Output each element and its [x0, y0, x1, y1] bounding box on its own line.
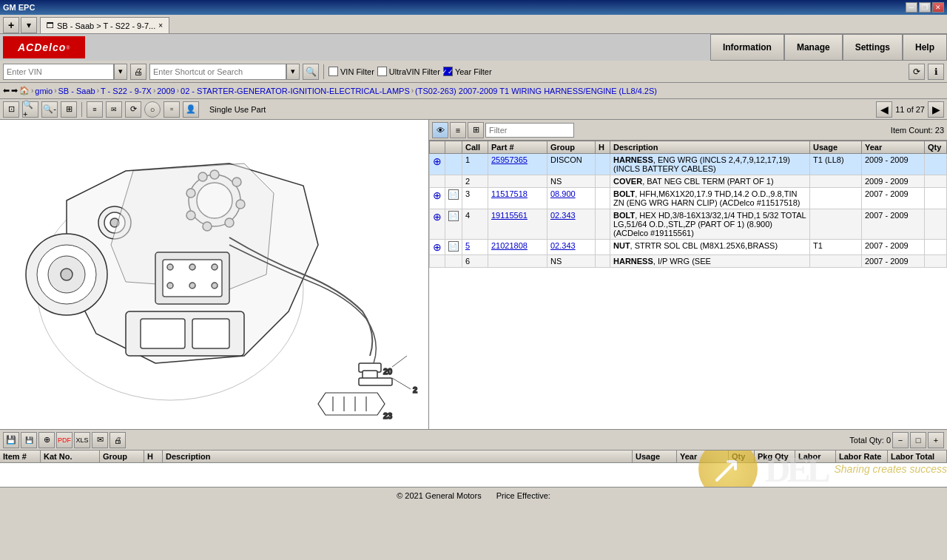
diagram-panel: 20 2 23: [0, 120, 429, 429]
restore-button[interactable]: ❐: [919, 2, 931, 13]
add-btn[interactable]: ⊕: [38, 432, 55, 448]
part-link: 19115561: [491, 211, 528, 220]
reset-zoom-button[interactable]: ⊞: [61, 101, 77, 118]
search-button[interactable]: 🔍: [303, 64, 319, 80]
bottom-left-buttons: 💾 💾 ⊕ PDF XLS ✉ 🖨: [3, 432, 126, 448]
breadcrumb-s22[interactable]: T - S22 - 9-7X: [101, 87, 152, 95]
printer-button[interactable]: 🖨: [130, 64, 146, 80]
email-button[interactable]: ✉: [106, 101, 122, 118]
cell-expand[interactable]: ⊕: [430, 209, 445, 240]
cell-doc[interactable]: 📄: [445, 188, 462, 209]
vin-input[interactable]: [3, 64, 114, 80]
cell-year: 2007 - 2009: [862, 255, 925, 268]
breadcrumb-category[interactable]: 02 - STARTER-GENERATOR-IGNITION-ELECTRIC…: [181, 87, 410, 95]
close-button[interactable]: ✕: [932, 2, 944, 13]
copyright: © 2021 General Motors: [397, 491, 482, 500]
refresh-button[interactable]: ⟳: [125, 101, 141, 118]
pdf-btn[interactable]: PDF: [56, 432, 73, 448]
cell-call[interactable]: 5: [462, 240, 488, 255]
vin-filter-group[interactable]: VIN Filter: [328, 67, 374, 76]
next-page-button[interactable]: ▶: [928, 101, 944, 118]
radio-fill[interactable]: =: [164, 101, 180, 118]
cell-usage: T1 (LL8): [810, 154, 862, 175]
table-row: ⊕ 📄 4 19115561 02.343 BOLT, HEX HD,3/8-1…: [430, 209, 947, 240]
expand-icon: ⊕: [433, 241, 442, 253]
information-button[interactable]: Information: [710, 34, 784, 61]
table-row: ⊕ 📄 5 21021808 02.343 NUT, STRTR SOL CBL…: [430, 240, 947, 255]
cell-call: 2: [462, 175, 488, 188]
parts-view-button[interactable]: 👁: [432, 122, 448, 138]
new-tab-button[interactable]: +: [3, 17, 19, 33]
expand-icon: ⊕: [433, 189, 442, 201]
nav-forward-icon: ➡: [11, 86, 18, 95]
tab-close-button[interactable]: ×: [158, 21, 163, 30]
item-count: Item Count: 23: [891, 126, 944, 135]
cell-part[interactable]: 19115561: [488, 209, 547, 240]
home-icon[interactable]: 🏠: [19, 86, 30, 95]
breadcrumb-gmio[interactable]: gmio: [35, 87, 53, 95]
cell-group[interactable]: 08.900: [547, 188, 596, 209]
cell-expand[interactable]: ⊕: [430, 154, 445, 175]
active-tab[interactable]: 🗖 SB - Saab > T - S22 - 9-7... ×: [40, 17, 169, 33]
parts-table-container[interactable]: Call Part # Group H Description Usage Ye…: [429, 141, 947, 429]
doc-icon: 📄: [448, 241, 459, 252]
watermark-area: DEL Sharing creates success: [698, 450, 947, 487]
cell-h: [596, 188, 610, 209]
year-filter-checkbox[interactable]: ✓: [443, 67, 453, 76]
settings-button[interactable]: Settings: [843, 34, 903, 61]
email-btn2[interactable]: ✉: [92, 432, 108, 448]
svg-point-33: [189, 264, 195, 270]
search-dropdown-button[interactable]: ▾: [286, 64, 300, 80]
plus-btn[interactable]: +: [928, 432, 944, 448]
group-link: 08.900: [550, 189, 576, 198]
window-controls[interactable]: ─ ❐ ✕: [906, 2, 944, 13]
parts-export-button[interactable]: ⊞: [468, 122, 484, 138]
save-btn[interactable]: 💾: [3, 432, 19, 448]
prev-page-button[interactable]: ◀: [876, 101, 892, 118]
ultravin-filter-group[interactable]: UltraVIN Filter: [377, 67, 440, 76]
cell-group: NS: [547, 175, 596, 188]
info-button[interactable]: ℹ: [928, 64, 944, 80]
breadcrumb-saab[interactable]: SB - Saab: [58, 87, 95, 95]
tab-list-button[interactable]: ▾: [21, 17, 37, 33]
export-btn[interactable]: XLS: [74, 432, 90, 448]
cell-group[interactable]: 02.343: [547, 209, 596, 240]
zoom-out-button[interactable]: 🔍-: [41, 101, 58, 118]
parts-list-button[interactable]: ≡: [450, 122, 466, 138]
svg-rect-19: [141, 319, 185, 348]
engine-svg: 20 2 23: [7, 126, 422, 422]
cell-part[interactable]: 11517518: [488, 188, 547, 209]
vin-filter-checkbox[interactable]: [328, 67, 338, 76]
breadcrumb-diagram[interactable]: (TS02-263) 2007-2009 T1 WIRING HARNESS/E…: [415, 87, 657, 95]
header-nav-buttons: Information Manage Settings Help: [710, 34, 947, 61]
help-button[interactable]: Help: [903, 34, 947, 61]
save-btn2[interactable]: 💾: [21, 432, 37, 448]
cell-part[interactable]: 25957365: [488, 154, 547, 175]
cell-expand[interactable]: ⊕: [430, 188, 445, 209]
search-input[interactable]: [149, 64, 286, 80]
sync-button[interactable]: ⟳: [909, 64, 925, 80]
minus-btn[interactable]: −: [892, 432, 909, 448]
ultravin-filter-checkbox[interactable]: [377, 67, 387, 76]
cell-expand[interactable]: ⊕: [430, 240, 445, 255]
breadcrumb-2009[interactable]: 2009: [157, 87, 175, 95]
zoom-in-button[interactable]: 🔍+: [22, 101, 38, 118]
cell-qty: [925, 255, 947, 268]
minimize-button[interactable]: ─: [906, 2, 917, 13]
year-filter-group[interactable]: ✓ Year Filter: [443, 67, 492, 76]
fit-button[interactable]: ⊡: [3, 101, 19, 118]
cell-part[interactable]: 21021808: [488, 240, 547, 255]
parts-toolbar: 👁 ≡ ⊞ Item Count: 23: [429, 120, 947, 141]
cell-group[interactable]: 02.343: [547, 240, 596, 255]
list-view-button[interactable]: ≡: [87, 101, 103, 118]
print-btn[interactable]: 🖨: [109, 432, 126, 448]
cell-doc[interactable]: 📄: [445, 240, 462, 255]
manage-button[interactable]: Manage: [784, 34, 843, 61]
cell-doc[interactable]: 📄: [445, 209, 462, 240]
radio-off[interactable]: ○: [144, 101, 161, 118]
nav-back-icon: ⬅: [3, 86, 10, 95]
vin-dropdown-button[interactable]: ▾: [114, 64, 127, 80]
acdelco-logo: ACDelco ®: [3, 36, 85, 58]
neutral-btn[interactable]: □: [910, 432, 926, 448]
parts-filter-input[interactable]: [485, 123, 574, 138]
